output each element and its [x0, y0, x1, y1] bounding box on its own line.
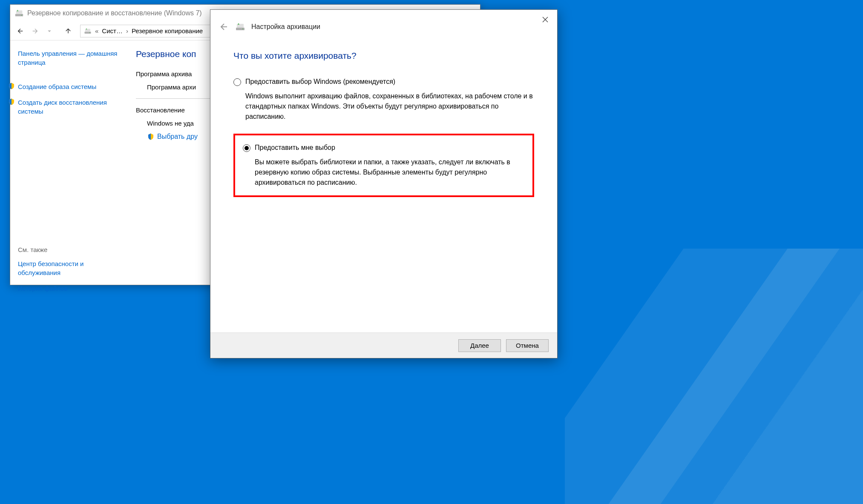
drive-icon — [84, 27, 92, 35]
radio-option-windows-choice[interactable]: Предоставить выбор Windows (рекомендуетс… — [233, 78, 534, 122]
dialog-heading: Что вы хотите архивировать? — [233, 51, 534, 61]
back-button[interactable] — [14, 25, 26, 37]
shield-icon — [8, 82, 15, 90]
radio-label: Предоставить выбор Windows (рекомендуетс… — [245, 78, 395, 86]
radio-unchecked-icon — [233, 78, 241, 86]
dialog-header: Настройка архивации — [210, 10, 557, 44]
breadcrumb-separator-icon: « — [95, 27, 98, 34]
create-system-image-link[interactable]: Создание образа системы — [8, 82, 124, 91]
back-button[interactable] — [219, 22, 229, 32]
drive-icon — [235, 22, 245, 32]
highlighted-selection: Предоставить мне выбор Вы можете выбрать… — [233, 134, 534, 197]
radio-description: Вы можете выбрать библиотеки и папки, а … — [255, 157, 525, 188]
next-button[interactable]: Далее — [458, 339, 501, 352]
dialog-content: Что вы хотите архивировать? Предоставить… — [210, 44, 557, 332]
breadcrumb-chevron-icon: › — [126, 27, 128, 34]
choose-other-label: Выбрать дру — [157, 133, 198, 140]
cancel-button[interactable]: Отмена — [506, 339, 549, 352]
forward-button[interactable] — [29, 25, 41, 37]
security-center-link[interactable]: Центр безопасности и обслуживания — [18, 259, 124, 277]
create-system-image-label: Создание образа системы — [18, 82, 96, 91]
file-history-link[interactable]: История файлов — [18, 284, 124, 293]
svg-point-5 — [89, 32, 90, 33]
create-recovery-disk-link[interactable]: Создать диск восстановления системы — [8, 98, 124, 116]
dialog-footer: Далее Отмена — [210, 332, 557, 358]
backup-settings-dialog: Настройка архивации Что вы хотите архиви… — [210, 9, 558, 358]
recent-dropdown[interactable] — [43, 25, 55, 37]
shield-icon — [147, 133, 155, 140]
radio-label: Предоставить мне выбор — [255, 144, 335, 152]
see-also-heading: См. также — [18, 246, 124, 253]
svg-point-2 — [21, 15, 22, 16]
shield-icon — [8, 98, 15, 106]
sidebar: Панель управления — домашняя страница Со… — [10, 40, 132, 285]
breadcrumb-item[interactable]: Сист… — [102, 27, 123, 34]
create-recovery-disk-label: Создать диск восстановления системы — [18, 98, 124, 116]
dialog-title: Настройка архивации — [251, 23, 320, 31]
close-button[interactable] — [537, 13, 554, 26]
drive-icon — [14, 9, 24, 18]
radio-checked-icon — [243, 144, 250, 152]
radio-description: Windows выполнит архивацию файлов, сохра… — [245, 91, 534, 122]
radio-option-user-choice[interactable]: Предоставить мне выбор Вы можете выбрать… — [243, 144, 525, 188]
up-button[interactable] — [62, 25, 74, 37]
control-panel-home-link[interactable]: Панель управления — домашняя страница — [18, 49, 124, 67]
breadcrumb-item[interactable]: Резервное копирование — [132, 27, 203, 34]
svg-point-8 — [242, 29, 243, 29]
window-title: Резервное копирование и восстановление (… — [27, 9, 202, 17]
